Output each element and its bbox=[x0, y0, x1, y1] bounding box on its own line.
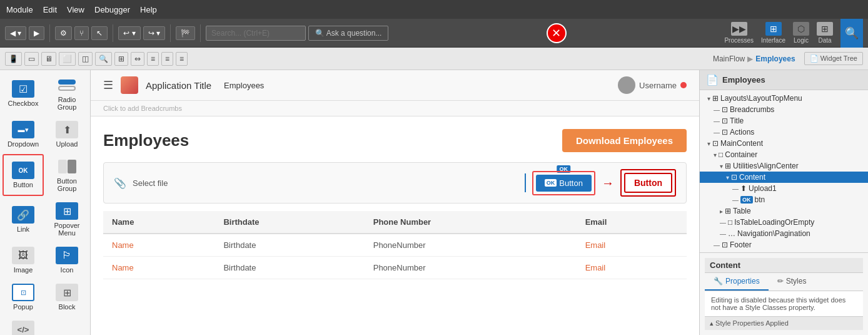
props-tabs: 🔧Properties ✏Styles bbox=[705, 273, 863, 291]
select-file-label: Select file bbox=[133, 178, 518, 188]
widget-code[interactable]: </> </> bbox=[3, 317, 44, 335]
row1-name[interactable]: Name bbox=[103, 234, 214, 257]
hamburger-icon[interactable]: ☰ bbox=[103, 78, 113, 92]
table-row: Name Birthdate PhoneNumber Email bbox=[103, 234, 687, 257]
row2-name[interactable]: Name bbox=[103, 257, 214, 279]
undo-button[interactable]: ↩ ▾ bbox=[118, 26, 140, 40]
row1-email[interactable]: Email bbox=[577, 234, 687, 257]
global-search-button[interactable]: 🔍 bbox=[840, 19, 863, 48]
breadcrumb-nav: MainFlow ▶ Employees bbox=[713, 54, 795, 63]
processes-button[interactable]: ▶▶ Processes bbox=[724, 22, 754, 44]
tree-item-pagination[interactable]: — … Navigation\Pagination bbox=[700, 228, 868, 239]
widget-button-group[interactable]: Button Group bbox=[46, 154, 88, 196]
styles-tab[interactable]: ✏Styles bbox=[769, 273, 815, 291]
device-desktop-btn[interactable]: 🖥 bbox=[41, 52, 56, 66]
align-right-btn[interactable]: ≡ bbox=[176, 52, 188, 66]
cursor-button[interactable]: ↖ bbox=[91, 26, 108, 40]
style-properties-applied[interactable]: ▴ Style Properties Applied bbox=[705, 316, 863, 330]
close-button[interactable]: ✕ bbox=[547, 23, 567, 43]
tree-item-istable[interactable]: — □ IsTableLoadingOrEmpty bbox=[700, 217, 868, 228]
data-button[interactable]: ⊞ Data bbox=[817, 22, 833, 44]
content-label: Content bbox=[705, 258, 863, 273]
second-toolbar: 📱 ▭ 🖥 ⬜ ◫ 🔍 ⊞ ⇔ ≡ ≡ ≡ MainFlow ▶ Employe… bbox=[0, 48, 868, 70]
widget-upload[interactable]: ⬆ Upload bbox=[46, 117, 88, 152]
widget-image[interactable]: 🖼 Image bbox=[3, 243, 44, 277]
breadcrumb-employees[interactable]: Employees bbox=[755, 54, 795, 63]
ok-mini-badge: OK bbox=[545, 179, 557, 187]
forward-button[interactable]: ▶ bbox=[29, 26, 44, 40]
device-phone-btn[interactable]: 📱 bbox=[5, 52, 22, 66]
nav-employees[interactable]: Employees bbox=[219, 78, 269, 93]
tree-item-footer[interactable]: — ⊡ Footer bbox=[700, 239, 868, 250]
widget-button[interactable]: OK Button bbox=[3, 154, 44, 196]
widget-icon[interactable]: 🏳 Icon bbox=[46, 243, 88, 277]
align-left-btn[interactable]: ≡ bbox=[147, 52, 159, 66]
tree-item-title[interactable]: — ⊡ Title bbox=[700, 115, 868, 126]
menu-module[interactable]: Module bbox=[6, 5, 33, 14]
col-email: Email bbox=[577, 211, 687, 234]
menu-help[interactable]: Help bbox=[140, 5, 157, 14]
upload-divider bbox=[525, 173, 526, 192]
tree-item-breadcrumbs[interactable]: — ⊡ Breadcrumbs bbox=[700, 104, 868, 115]
tree-item-maincontent[interactable]: ▾ ⊡ MainContent bbox=[700, 138, 868, 149]
menu-edit[interactable]: Edit bbox=[43, 5, 57, 14]
settings-button[interactable]: ⚙ bbox=[55, 26, 72, 40]
menu-debugger[interactable]: Debugger bbox=[94, 5, 130, 14]
tree-item-container[interactable]: ▾ □ Container bbox=[700, 149, 868, 160]
avatar bbox=[618, 76, 635, 94]
button-ok[interactable]: OK Button bbox=[536, 175, 592, 192]
tree-item-upload1[interactable]: — ⬆ Upload1 bbox=[700, 183, 868, 194]
device-wide-btn[interactable]: ⬜ bbox=[59, 52, 76, 66]
tree-item-layout[interactable]: ▾ ⊞ Layouts\LayoutTopMenu bbox=[700, 93, 868, 104]
row2-birthdate: Birthdate bbox=[214, 257, 364, 279]
employee-table: Name Birthdate Phone Number Email Name B… bbox=[103, 211, 687, 279]
align-center-btn[interactable]: ≡ bbox=[161, 52, 173, 66]
tree-item-table[interactable]: ▸ ⊞ Table bbox=[700, 205, 868, 217]
properties-tab[interactable]: 🔧Properties bbox=[705, 273, 769, 291]
widget-popover[interactable]: ⊞ Popover Menu bbox=[46, 198, 88, 240]
tree-item-content[interactable]: ▾ ⊡ Content bbox=[700, 172, 868, 183]
main-layout: ☑ Checkbox Radio Group ▬▾ Dropdown ⬆ Upl… bbox=[0, 70, 868, 335]
logic-button[interactable]: ⬡ Logic bbox=[793, 22, 809, 44]
responsive-btn[interactable]: ⇔ bbox=[131, 52, 144, 66]
employees-panel-icon: 📄 bbox=[706, 74, 719, 86]
widget-radio-group[interactable]: Radio Group bbox=[46, 73, 88, 115]
widget-checkbox[interactable]: ☑ Checkbox bbox=[3, 73, 44, 115]
device-custom-btn[interactable]: ◫ bbox=[78, 52, 93, 66]
online-status-dot bbox=[680, 82, 687, 88]
tree-item-aligncenter[interactable]: ▾ ⊞ Utilities\AlignCenter bbox=[700, 160, 868, 172]
redo-button[interactable]: ↪ ▾ bbox=[143, 26, 165, 40]
merge-button[interactable]: ⑂ bbox=[74, 26, 89, 40]
button-outlined-box: Button bbox=[620, 169, 676, 197]
tree-item-actions[interactable]: — ⊡ Actions bbox=[700, 126, 868, 138]
table-header: Name Birthdate Phone Number Email bbox=[103, 211, 687, 234]
table-body: Name Birthdate PhoneNumber Email Name Bi… bbox=[103, 234, 687, 279]
search-input[interactable] bbox=[206, 26, 306, 41]
ask-button[interactable]: 🔍 Ask a question... bbox=[308, 26, 388, 41]
button-outlined[interactable]: Button bbox=[624, 173, 672, 193]
breadcrumb-mainflow[interactable]: MainFlow bbox=[713, 54, 745, 63]
right-panel-header: 📄 Employees bbox=[700, 70, 868, 90]
page-title: Employees bbox=[103, 131, 189, 150]
widget-dropdown[interactable]: ▬▾ Dropdown bbox=[3, 117, 44, 152]
button-ok-container: OK OK Button bbox=[532, 171, 595, 195]
right-panel-title: Employees bbox=[722, 75, 765, 85]
row2-email[interactable]: Email bbox=[577, 257, 687, 279]
zoom-btn[interactable]: 🔍 bbox=[95, 52, 112, 66]
grid-btn[interactable]: ⊞ bbox=[114, 52, 128, 66]
user-area: Username bbox=[618, 76, 687, 94]
menu-view[interactable]: View bbox=[67, 5, 84, 14]
back-button[interactable]: ◀ ▾ bbox=[5, 26, 26, 40]
breadcrumb-bar[interactable]: Click to add Breadcrumbs bbox=[91, 101, 699, 116]
interface-button[interactable]: ⊞ Interface bbox=[761, 22, 785, 44]
widget-tree-button[interactable]: 📄 Widget Tree bbox=[804, 52, 863, 65]
device-tablet-btn[interactable]: ▭ bbox=[24, 52, 39, 66]
publish-button[interactable]: 🏁 bbox=[176, 26, 195, 40]
row1-birthdate: Birthdate bbox=[214, 234, 364, 257]
widget-link[interactable]: 🔗 Link bbox=[3, 198, 44, 240]
download-employees-button[interactable]: Download Employees bbox=[562, 129, 687, 152]
page-content: Employees Download Employees 📎 Select fi… bbox=[91, 116, 699, 292]
widget-popup[interactable]: ⊡ Popup bbox=[3, 280, 44, 314]
widget-block[interactable]: ⊞ Block bbox=[46, 280, 88, 314]
tree-item-btn[interactable]: — OK btn bbox=[700, 194, 868, 205]
